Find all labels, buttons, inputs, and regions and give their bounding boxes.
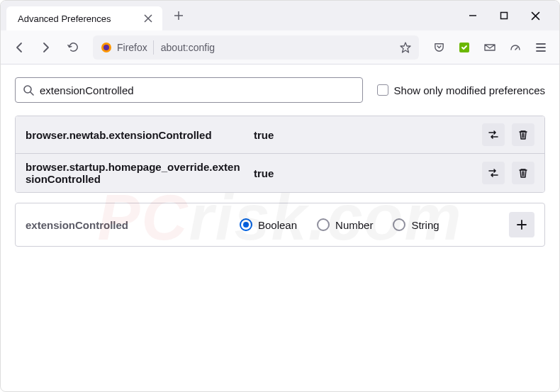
browser-tab[interactable]: Advanced Preferences <box>6 6 162 30</box>
filter-checkbox-row[interactable]: Show only modified preferences <box>377 84 545 96</box>
preference-list: browser.newtab.extensionControlled true … <box>15 116 545 193</box>
radio-label: String <box>411 219 439 231</box>
maximize-button[interactable] <box>494 6 514 26</box>
bookmark-star-icon[interactable] <box>399 41 412 54</box>
new-tab-button[interactable] <box>168 5 189 26</box>
search-input[interactable] <box>40 84 355 96</box>
toggle-button[interactable] <box>482 123 505 146</box>
firefox-icon <box>100 41 113 54</box>
radio-boolean[interactable]: Boolean <box>240 218 297 231</box>
back-button[interactable] <box>8 36 30 59</box>
delete-button[interactable] <box>512 162 534 184</box>
checkbox-icon[interactable] <box>377 84 388 96</box>
radio-label: Boolean <box>258 219 297 231</box>
pocket-icon[interactable] <box>427 36 450 59</box>
radio-icon[interactable] <box>393 218 405 231</box>
radio-icon[interactable] <box>317 218 330 231</box>
preference-name: browser.startup.homepage_override.extens… <box>26 161 245 185</box>
search-box[interactable] <box>15 77 363 103</box>
radio-icon[interactable] <box>240 218 252 231</box>
new-preference-name: extensionControlled <box>26 219 231 231</box>
close-tab-icon[interactable] <box>141 11 155 26</box>
new-preference-row: extensionControlled Boolean Number Strin… <box>15 203 545 247</box>
add-preference-button[interactable] <box>509 212 534 237</box>
search-icon <box>23 84 34 96</box>
toggle-button[interactable] <box>482 162 505 184</box>
radio-string[interactable]: String <box>393 218 439 231</box>
svg-rect-0 <box>501 13 508 19</box>
reload-button[interactable] <box>62 36 84 59</box>
forward-button[interactable] <box>35 36 57 59</box>
identity-box[interactable]: Firefox <box>100 41 147 54</box>
svg-point-2 <box>103 45 109 50</box>
mail-icon[interactable] <box>478 36 501 59</box>
preference-value: true <box>254 129 474 141</box>
type-radio-group: Boolean Number String <box>240 218 500 231</box>
address-bar[interactable]: Firefox about:config <box>93 35 419 60</box>
menu-button[interactable] <box>530 36 552 59</box>
url-text: about:config <box>161 42 399 53</box>
radio-number[interactable]: Number <box>317 218 373 231</box>
tab-title: Advanced Preferences <box>18 13 141 24</box>
close-window-button[interactable] <box>525 6 545 26</box>
radio-label: Number <box>335 219 373 231</box>
dashboard-icon[interactable] <box>504 36 527 59</box>
preference-row: browser.startup.homepage_override.extens… <box>16 154 544 192</box>
tab-strip: Advanced Preferences <box>1 1 559 30</box>
divider <box>153 40 154 55</box>
window-controls <box>463 6 554 26</box>
identity-label: Firefox <box>117 42 147 53</box>
preference-row: browser.newtab.extensionControlled true <box>16 116 544 154</box>
checkbox-label: Show only modified preferences <box>394 84 545 96</box>
preference-value: true <box>254 167 474 179</box>
preference-name: browser.newtab.extensionControlled <box>26 129 245 141</box>
content-area: Show only modified preferences browser.n… <box>1 65 559 259</box>
minimize-button[interactable] <box>463 6 483 26</box>
extension-icon[interactable] <box>453 36 476 59</box>
nav-toolbar: Firefox about:config <box>1 30 559 65</box>
delete-button[interactable] <box>512 123 534 146</box>
